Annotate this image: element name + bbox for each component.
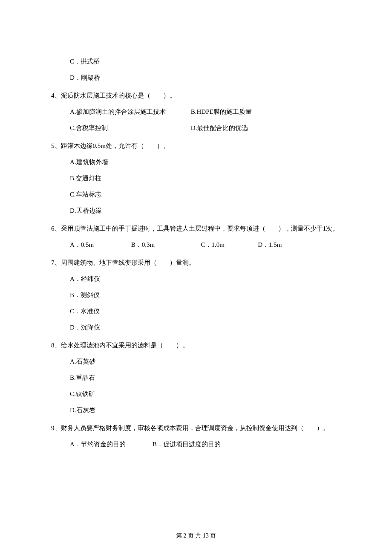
option-5d: D.天桥边缘 (51, 205, 341, 216)
question-8-stem: 8、给水处理滤池内不宜采用的滤料是（ ）。 (51, 340, 341, 350)
option-8b: B.重晶石 (51, 373, 341, 383)
option-d-prev: D．刚架桥 (51, 72, 341, 83)
option-c-prev: C．拱式桥 (51, 56, 341, 66)
option-6d: D．1.5m (258, 241, 282, 248)
question-4-options-row2: C.含税率控制 D.最佳配合比的优选 (51, 123, 341, 133)
option-7b: B．测斜仪 (51, 290, 341, 300)
option-4d: D.最佳配合比的优选 (191, 124, 248, 131)
question-9-stem: 9、财务人员要严格财务制度，审核各项成本费用，合理调度资金，从控制资金使用达到（… (51, 423, 341, 433)
option-6c: C．1.0m (201, 240, 257, 250)
option-8a: A.石英砂 (51, 356, 341, 367)
option-7c: C．水准仪 (51, 306, 341, 316)
option-7a: A．经纬仪 (51, 274, 341, 284)
page-footer: 第 2 页 共 13 页 (0, 531, 392, 541)
question-6-stem: 6、采用顶管法施工中的手丁掘进时，工具管进人土层过程中，要求每顶进（ ），测量不… (51, 223, 341, 234)
option-4b: B.HDPE膜的施工质量 (191, 108, 252, 115)
question-9-options: A．节约资金的目的 B．促进项目进度的目的 (51, 439, 341, 449)
option-5c: C.车站标志 (51, 189, 341, 199)
question-7-stem: 7、周围建筑物、地下管线变形采用（ ）量测。 (51, 257, 341, 268)
document-page: C．拱式桥 D．刚架桥 4、泥质防水层施工技术的核心是（ ）。 A.掺加膨润土的… (0, 0, 392, 555)
question-4-options-row1: A.掺加膨润土的拌合涂层施工技术 B.HDPE膜的施工质量 (51, 107, 341, 117)
question-5-stem: 5、距灌木边缘0.5m处，允许有（ ）。 (51, 141, 341, 151)
question-4-stem: 4、泥质防水层施工技术的核心是（ ）。 (51, 90, 341, 101)
option-9a: A．节约资金的目的 (70, 439, 151, 449)
option-4a: A.掺加膨润土的拌合涂层施工技术 (70, 107, 189, 117)
option-5b: B.交通灯柱 (51, 173, 341, 183)
option-8c: C.钛铁矿 (51, 389, 341, 399)
option-9b: B．促进项目进度的目的 (153, 441, 221, 448)
option-4c: C.含税率控制 (70, 123, 189, 133)
option-5a: A.建筑物外墙 (51, 157, 341, 167)
option-7d: D．沉降仪 (51, 322, 341, 332)
option-8d: D.石灰岩 (51, 405, 341, 415)
option-6a: A．0.5m (70, 240, 130, 250)
option-6b: B．0.3m (131, 240, 199, 250)
question-6-options: A．0.5m B．0.3m C．1.0m D．1.5m (51, 240, 341, 250)
